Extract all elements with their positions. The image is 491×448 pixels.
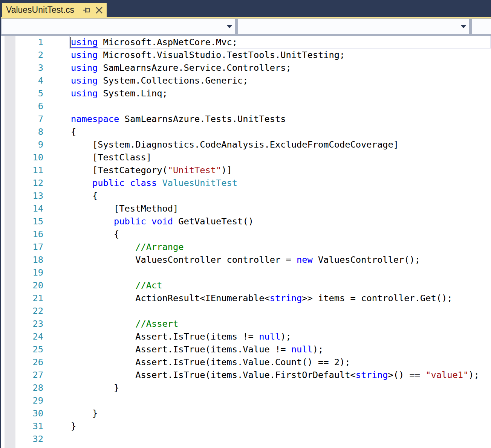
line-number: 28 (1, 381, 43, 394)
close-icon[interactable] (95, 6, 104, 15)
line-number: 26 (1, 356, 43, 369)
code-text: Assert.IsTrue(items.Value.FirstOrDefault… (71, 369, 479, 381)
line-number: 3 (1, 61, 43, 74)
line-number: 15 (1, 215, 43, 228)
code-line[interactable]: 1using Microsoft.AspNetCore.Mvc; (1, 36, 491, 49)
document-tab[interactable]: ValuesUnitTest.cs (2, 3, 107, 17)
line-number: 23 (1, 317, 43, 330)
code-text: using SamLearnsAzure.Service.Controllers… (71, 61, 291, 74)
types-dropdown[interactable] (2, 19, 235, 34)
code-line[interactable]: 22 (1, 305, 491, 317)
line-number: 27 (1, 369, 43, 381)
code-line[interactable]: 17 //Arrange (1, 241, 491, 253)
code-line[interactable]: 12 public class ValuesUnitTest (1, 177, 491, 189)
line-number: 5 (1, 87, 43, 100)
code-text: ValuesController controller = new Values… (71, 253, 420, 266)
code-line[interactable]: 20 //Act (1, 279, 491, 292)
code-text: public class ValuesUnitTest (71, 177, 237, 189)
code-text: } (71, 381, 119, 394)
line-number: 17 (1, 241, 43, 253)
code-text: using Microsoft.AspNetCore.Mvc; (71, 36, 237, 49)
code-text: Assert.IsTrue(items != null); (71, 330, 291, 343)
line-number: 16 (1, 228, 43, 241)
line-number: 6 (1, 100, 43, 113)
line-number: 31 (1, 420, 43, 433)
navigation-bar (1, 18, 491, 36)
code-text: //Assert (71, 317, 178, 330)
code-text: using Microsoft.VisualStudio.TestTools.U… (71, 49, 345, 61)
code-line[interactable]: 5using System.Linq; (1, 87, 491, 100)
tab-title: ValuesUnitTest.cs (6, 5, 74, 15)
code-line[interactable]: 3using SamLearnsAzure.Service.Controller… (1, 61, 491, 74)
code-line[interactable]: 8{ (1, 125, 491, 138)
code-lines: 1using Microsoft.AspNetCore.Mvc;2using M… (1, 36, 491, 445)
line-number: 25 (1, 343, 43, 356)
code-line[interactable]: 29 (1, 394, 491, 407)
code-line[interactable]: 15 public void GetValueTest() (1, 215, 491, 228)
tab-bar: ValuesUnitTest.cs (0, 0, 491, 17)
line-number: 21 (1, 292, 43, 305)
line-number: 19 (1, 266, 43, 279)
chevron-down-icon (461, 25, 466, 28)
code-line[interactable]: 30 } (1, 407, 491, 420)
line-number: 29 (1, 394, 43, 407)
members-dropdown[interactable] (238, 19, 469, 34)
vs-editor-window: ValuesUnitTest.cs (0, 0, 491, 448)
line-number: 32 (1, 433, 43, 445)
code-line[interactable]: 4using System.Collections.Generic; (1, 74, 491, 87)
code-line[interactable]: 16 { (1, 228, 491, 241)
line-number: 8 (1, 125, 43, 138)
code-text: //Act (71, 279, 162, 292)
code-line[interactable]: 25 Assert.IsTrue(items.Value != null); (1, 343, 491, 356)
line-number: 2 (1, 49, 43, 61)
code-text: public void GetValueTest() (71, 215, 254, 228)
code-line[interactable]: 32 (1, 433, 491, 445)
code-text: } (71, 407, 98, 420)
code-line[interactable]: 21 ActionResult<IEnumerable<string>> ite… (1, 292, 491, 305)
line-number: 24 (1, 330, 43, 343)
line-number: 12 (1, 177, 43, 189)
types-dropdown-value (2, 23, 5, 30)
code-line[interactable]: 9 [System.Diagnostics.CodeAnalysis.Exclu… (1, 138, 491, 151)
code-line[interactable]: 11 [TestCategory("UnitTest")] (1, 164, 491, 177)
code-line[interactable]: 23 //Assert (1, 317, 491, 330)
code-line[interactable]: 18 ValuesController controller = new Val… (1, 253, 491, 266)
code-line[interactable]: 28 } (1, 381, 491, 394)
code-text: Assert.IsTrue(items.Value != null); (71, 343, 323, 356)
code-line[interactable]: 26 Assert.IsTrue(items.Value.Count() == … (1, 356, 491, 369)
code-line[interactable]: 31} (1, 420, 491, 433)
code-line[interactable]: 7namespace SamLearnsAzure.Tests.UnitTest… (1, 113, 491, 125)
line-number: 18 (1, 253, 43, 266)
code-text: } (71, 420, 76, 433)
code-text: [TestClass] (71, 151, 151, 164)
code-text: using System.Collections.Generic; (71, 74, 248, 87)
code-line[interactable]: 6 (1, 100, 491, 113)
code-line[interactable]: 2using Microsoft.VisualStudio.TestTools.… (1, 49, 491, 61)
code-text: ActionResult<IEnumerable<string>> items … (71, 292, 453, 305)
window-left-border (0, 0, 1, 448)
code-text: { (71, 125, 76, 138)
code-line[interactable]: 19 (1, 266, 491, 279)
code-line[interactable]: 27 Assert.IsTrue(items.Value.FirstOrDefa… (1, 369, 491, 381)
line-number: 13 (1, 189, 43, 202)
line-number: 14 (1, 202, 43, 215)
navbar-stub-box (472, 19, 491, 34)
code-text: [TestCategory("UnitTest")] (71, 164, 232, 177)
code-line[interactable]: 14 [TestMethod] (1, 202, 491, 215)
code-line[interactable]: 13 { (1, 189, 491, 202)
line-number: 22 (1, 305, 43, 317)
line-number: 10 (1, 151, 43, 164)
code-text: namespace SamLearnsAzure.Tests.UnitTests (71, 113, 286, 125)
pin-icon[interactable] (82, 6, 91, 15)
code-editor[interactable]: 1using Microsoft.AspNetCore.Mvc;2using M… (1, 36, 491, 448)
chevron-down-icon (227, 25, 232, 28)
line-number: 9 (1, 138, 43, 151)
code-text: { (71, 189, 98, 202)
code-text: { (71, 228, 119, 241)
code-line[interactable]: 10 [TestClass] (1, 151, 491, 164)
line-number: 1 (1, 36, 43, 49)
line-number: 4 (1, 74, 43, 87)
members-dropdown-value (238, 23, 241, 30)
code-line[interactable]: 24 Assert.IsTrue(items != null); (1, 330, 491, 343)
code-text: [System.Diagnostics.CodeAnalysis.Exclude… (71, 138, 399, 151)
